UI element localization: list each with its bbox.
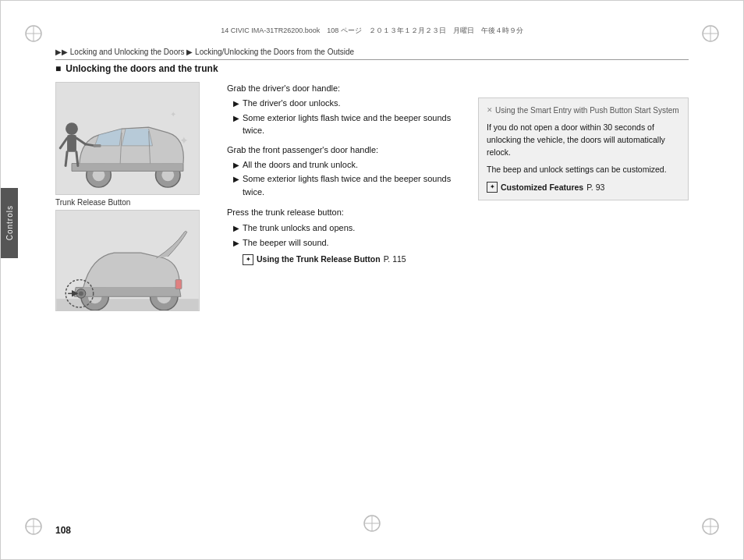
cross-ref-icon: ✦ <box>487 182 498 193</box>
bullet-text-5: The trunk unlocks and opens. <box>243 222 355 235</box>
left-column: ✦ ✦ Trunk Release Button <box>55 82 211 311</box>
bullet-text-4: Some exterior lights flash twice and the… <box>243 172 470 198</box>
svg-rect-35 <box>175 280 182 289</box>
trunk-cross-ref-icon: ✦ <box>243 254 253 265</box>
car-image-label: Trunk Release Button <box>55 198 211 207</box>
bullet-arrow-6: ▶ <box>233 237 239 249</box>
svg-rect-26 <box>94 144 101 147</box>
note-body2: The beep and unlock settings can be cust… <box>487 163 680 175</box>
bullet-driver-2: ▶ Some exterior lights flash twice and t… <box>233 112 470 137</box>
bullet-passenger-2: ▶ Some exterior lights flash twice and t… <box>233 172 470 198</box>
side-tab-label: Controls <box>5 205 14 240</box>
svg-text:✦: ✦ <box>170 110 176 119</box>
bullet-arrow-4: ▶ <box>233 173 239 185</box>
section-header: Unlocking the doors and the trunk <box>55 63 689 74</box>
car-image-label-text: Trunk Release Button <box>55 198 130 207</box>
bottom-center-mark <box>361 512 383 536</box>
breadcrumb-part2: Locking/Unlocking the Doors from the Out… <box>195 48 354 56</box>
breadcrumb: ▶▶ Locking and Unlocking the Doors ▶ Loc… <box>55 48 689 60</box>
corner-mark-tr <box>700 23 721 44</box>
bullet-text-6: The beeper will sound. <box>243 236 329 250</box>
svg-text:✦: ✦ <box>179 135 189 147</box>
note-cross-ref-page: P. 93 <box>586 181 604 193</box>
note-cross-ref: ✦ Customized Features P. 93 <box>487 181 680 193</box>
side-tab: Controls <box>1 188 18 258</box>
instruction-passenger: Grab the front passenger's door handle: … <box>227 144 470 199</box>
bullet-passenger-1: ▶ All the doors and trunk unlock. <box>233 158 470 172</box>
bullet-arrow-3: ▶ <box>233 159 239 171</box>
page: 14 CIVIC IMA-31TR26200.book 108 ページ ２０１３… <box>0 0 744 560</box>
instruction-grab-driver: Grab the driver's door handle: <box>227 82 470 95</box>
car-image-door: ✦ ✦ <box>55 82 200 195</box>
car-image-trunk <box>55 210 200 311</box>
trunk-cross-ref-label: Using the Trunk Release Button <box>257 253 381 266</box>
corner-mark-br <box>700 516 721 537</box>
bullet-text-3: All the doors and trunk unlock. <box>243 158 358 172</box>
breadcrumb-arrow1: ▶▶ <box>55 48 68 56</box>
trunk-section: Press the trunk release button: ▶ The tr… <box>227 206 470 266</box>
svg-point-37 <box>79 291 83 296</box>
note-box: Using the Smart Entry with Push Button S… <box>478 97 689 200</box>
svg-line-23 <box>66 152 67 166</box>
note-cross-ref-label: Customized Features <box>501 181 583 193</box>
section-title: Unlocking the doors and the trunk <box>66 63 218 74</box>
bullet-arrow-5: ▶ <box>233 222 239 234</box>
bullet-arrow-2: ▶ <box>233 112 239 124</box>
bullet-trunk-1: ▶ The trunk unlocks and opens. <box>233 222 470 235</box>
right-column: Using the Smart Entry with Push Button S… <box>227 82 689 311</box>
breadcrumb-part1: Locking and Unlocking the Doors <box>70 48 185 56</box>
bullet-text-2: Some exterior lights flash twice and the… <box>243 112 470 137</box>
svg-line-24 <box>76 152 78 166</box>
bullet-driver-1: ▶ The driver's door unlocks. <box>233 97 470 110</box>
instruction-driver: Grab the driver's door handle: ▶ The dri… <box>227 82 470 137</box>
note-body1: If you do not open a door within 30 seco… <box>487 121 680 159</box>
svg-rect-20 <box>67 135 76 152</box>
corner-mark-bl <box>23 516 44 537</box>
instruction-grab-passenger: Grab the front passenger's door handle: <box>227 144 470 157</box>
trunk-cross-ref: ✦ Using the Trunk Release Button P. 115 <box>243 253 470 266</box>
trunk-cross-ref-page: P. 115 <box>384 253 406 266</box>
breadcrumb-arrow2: ▶ <box>186 48 193 56</box>
file-info-text: 14 CIVIC IMA-31TR26200.book 108 ページ ２０１３… <box>221 27 523 34</box>
two-column-layout: ✦ ✦ Trunk Release Button <box>55 82 689 311</box>
corner-mark-tl <box>23 23 44 44</box>
bullet-arrow-1: ▶ <box>233 97 239 109</box>
bullet-trunk-2: ▶ The beeper will sound. <box>233 236 470 250</box>
top-meta: 14 CIVIC IMA-31TR26200.book 108 ページ ２０１３… <box>55 26 689 36</box>
note-title-text: Using the Smart Entry with Push Button S… <box>495 105 679 117</box>
page-number: 108 <box>55 525 71 536</box>
page-number-text: 108 <box>55 525 71 536</box>
instruction-area: Grab the driver's door handle: ▶ The dri… <box>227 82 470 266</box>
main-content: Unlocking the doors and the trunk <box>55 63 689 512</box>
instruction-press-trunk: Press the trunk release button: <box>227 206 470 219</box>
bullet-text-1: The driver's door unlocks. <box>243 97 341 110</box>
note-title: Using the Smart Entry with Push Button S… <box>487 105 680 117</box>
svg-point-19 <box>66 122 78 135</box>
